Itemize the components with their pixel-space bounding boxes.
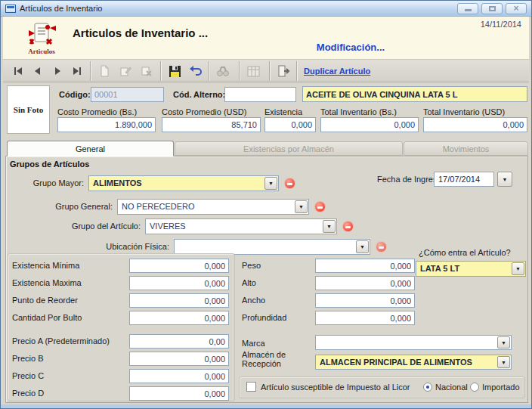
ubicacion-fisica-remove-button[interactable] [376,241,387,253]
marca-combo[interactable]: ▼ [315,335,512,350]
fecha-ingreso-label: Fecha de Ingreso [377,175,442,184]
grupo-mayor-value: ALIMENTOS [93,178,263,187]
chevron-down-icon[interactable]: ▼ [264,177,277,190]
grupo-general-label: Grupo General: [6,202,113,211]
chevron-down-icon[interactable]: ▼ [512,262,524,275]
como-entra-combo[interactable]: LATA 5 LT ▼ [416,261,526,277]
toolbar: Duplicar Artículo [3,60,529,82]
precio-d-label: Precio D [12,389,44,398]
grupo-general-combo[interactable]: NO PERECEDERO ▼ [117,199,309,215]
tab-existencias[interactable]: Existencias por Almacén [175,141,403,156]
cantidad-bulto-field[interactable]: 0,000 [129,311,229,325]
chevron-down-icon[interactable]: ▼ [356,240,369,253]
peso-field[interactable]: 0,000 [315,259,415,273]
first-record-button[interactable] [8,62,28,80]
existencia-maxima-field[interactable]: 0,000 [129,276,229,290]
chevron-down-icon[interactable]: ▼ [323,220,336,233]
alto-label: Alto [242,278,256,287]
chevron-down-icon[interactable]: ▼ [295,200,308,213]
ancho-label: Ancho [242,296,265,305]
current-date: 14/11/2014 [481,20,521,29]
chevron-down-icon[interactable]: ▼ [497,356,510,368]
cod-alterno-field[interactable] [224,87,296,102]
nacional-radio[interactable] [423,383,432,392]
grid-view-button[interactable] [243,62,263,80]
precio-b-label: Precio B [12,354,44,363]
ubicacion-fisica-combo[interactable]: ▼ [174,239,370,255]
importado-radio-label: Importado [482,383,520,392]
punto-reorder-label: Punto de Reorder [12,296,78,305]
chevron-down-icon[interactable]: ▼ [497,336,510,349]
precio-b-field[interactable]: 0,000 [129,352,229,366]
nacional-radio-label: Nacional [435,383,468,392]
chevron-down-icon: ▼ [503,177,508,182]
punto-reorder-field[interactable]: 0,000 [129,293,229,308]
photo-placeholder[interactable]: Sin Foto [7,85,50,134]
undo-button[interactable] [186,62,206,80]
tab-movimientos[interactable]: Movimientos [404,141,528,156]
ancho-field[interactable]: 0,000 [315,293,415,308]
total-inventario-bs-field[interactable]: 0,000 [320,117,419,132]
toolbar-separator [90,61,91,81]
grupo-mayor-remove-button[interactable] [284,178,295,189]
general-tab-panel: Grupos de Artículos Fecha de Ingreso 17/… [5,156,528,403]
grupo-articulo-remove-button[interactable] [342,221,354,232]
close-button[interactable]: × [506,3,527,14]
minimize-button[interactable] [457,3,478,14]
almacen-recepcion-label: Almacén de Recepción [242,350,292,368]
existencia-field[interactable]: 0,000 [264,117,316,132]
stat-label: Costo Promedio (Bs.) [57,107,137,116]
last-record-button[interactable] [67,62,87,80]
articulos-icon-label: Articulos [17,48,66,55]
cantidad-bulto-label: Cantidad Por Bulto [12,313,82,322]
toolbar-separator [296,61,297,81]
almacen-recepcion-value: ALMACEN PRINCIPAL DE ALIMENTOS [320,358,496,367]
cod-alterno-label: Cód. Alterno: [173,90,225,99]
profundidad-label: Profundidad [242,313,286,322]
tab-bar: General Existencias por Almacén Movimien… [3,141,529,156]
grupo-articulo-combo[interactable]: VIVERES ▼ [145,218,337,234]
precio-c-field[interactable]: 0,000 [129,369,229,383]
previous-record-button[interactable] [28,62,48,80]
save-button[interactable] [165,62,184,80]
title-bar[interactable]: Artículos de Inventario × [1,1,531,17]
precio-d-field[interactable]: 0,000 [129,386,229,401]
existencia-minima-field[interactable]: 0,000 [129,259,229,273]
costo-promedio-usd-field[interactable]: 85,710 [162,117,261,132]
maximize-button[interactable] [481,3,503,14]
codigo-field: 00001 [91,87,164,102]
window-frame-bottom [1,404,531,408]
grupo-mayor-label: Grupo Mayor: [6,178,84,187]
existencia-maxima-label: Existencia Maxima [12,278,82,287]
search-button[interactable] [213,62,233,80]
article-name-field[interactable]: ACEITE DE OLIVA CINQUINA LATA 5 L [302,86,527,102]
total-inventario-usd-field[interactable]: 0,000 [423,117,527,132]
grupo-general-remove-button[interactable] [314,201,326,212]
delete-record-button[interactable] [137,62,156,80]
licor-checkbox[interactable] [246,382,256,392]
stat-label: Total Inventario (USD) [423,107,505,116]
tab-general[interactable]: General [7,141,174,156]
alto-field[interactable]: 0,000 [315,276,415,290]
new-record-button[interactable] [94,62,114,80]
form-header: Articulos Articulos de Inventario ... 14… [3,17,529,60]
toolbar-separator [239,61,240,81]
precio-a-label: Precio A (Predeterminado) [12,336,110,345]
como-entra-value: LATA 5 LT [420,264,510,273]
window-title: Artículos de Inventario [20,4,102,13]
next-record-button[interactable] [48,62,67,80]
duplicate-article-link[interactable]: Duplicar Artículo [304,67,370,76]
costo-promedio-bs-field[interactable]: 1.890,000 [57,117,156,132]
fecha-ingreso-field[interactable]: 17/07/2014 [434,172,494,187]
almacen-recepcion-combo[interactable]: ALMACEN PRINCIPAL DE ALIMENTOS ▼ [315,355,512,370]
precio-a-field[interactable]: 0,00 [129,334,229,349]
stat-label: Existencia [264,107,302,116]
fecha-ingreso-dropdown-button[interactable]: ▼ [497,172,512,187]
edit-record-button[interactable] [116,62,135,80]
importado-radio[interactable] [470,383,479,392]
codigo-label: Código: [59,90,91,99]
profundidad-field[interactable]: 0,000 [315,311,415,325]
grupo-mayor-combo[interactable]: ALIMENTOS ▼ [88,175,279,191]
exit-button[interactable] [274,62,293,80]
toolbar-separator [209,61,209,81]
